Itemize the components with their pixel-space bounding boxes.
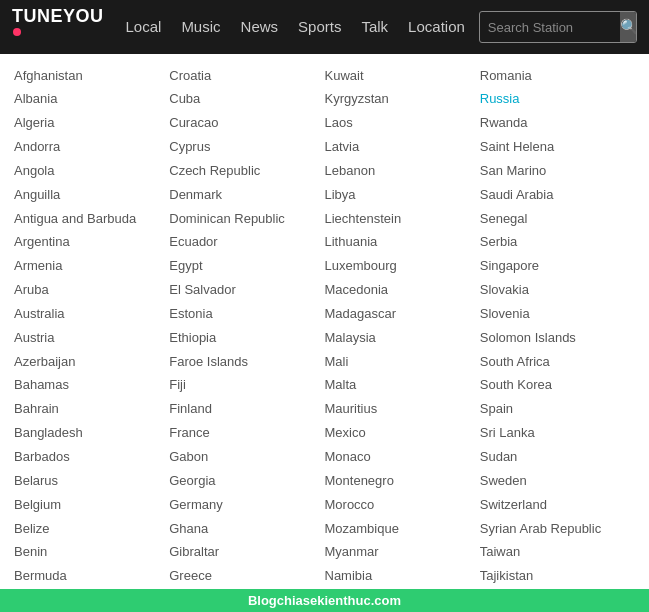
country-link[interactable]: Myanmar bbox=[325, 541, 480, 565]
country-link[interactable]: Bahamas bbox=[14, 374, 169, 398]
country-link[interactable]: Malaysia bbox=[325, 326, 480, 350]
country-link[interactable]: Afghanistan bbox=[14, 64, 169, 88]
country-link[interactable]: Gabon bbox=[169, 446, 324, 470]
country-link[interactable]: Madagascar bbox=[325, 302, 480, 326]
country-link[interactable]: Singapore bbox=[480, 255, 635, 279]
country-link[interactable]: Saint Helena bbox=[480, 136, 635, 160]
country-link[interactable]: Montenegro bbox=[325, 469, 480, 493]
country-link[interactable]: Monaco bbox=[325, 446, 480, 470]
country-link[interactable]: Luxembourg bbox=[325, 255, 480, 279]
country-link[interactable]: Russia bbox=[480, 88, 635, 112]
nav-item-local[interactable]: Local bbox=[116, 12, 172, 41]
country-link[interactable]: France bbox=[169, 422, 324, 446]
nav-item-talk[interactable]: Talk bbox=[351, 12, 398, 41]
country-link[interactable]: Syrian Arab Republic bbox=[480, 517, 635, 541]
nav-item-music[interactable]: Music bbox=[171, 12, 230, 41]
country-link[interactable]: Solomon Islands bbox=[480, 326, 635, 350]
country-link[interactable]: Mauritius bbox=[325, 398, 480, 422]
country-link[interactable]: Croatia bbox=[169, 64, 324, 88]
country-link[interactable]: Argentina bbox=[14, 231, 169, 255]
country-link[interactable]: Latvia bbox=[325, 136, 480, 160]
country-link[interactable]: Taiwan bbox=[480, 541, 635, 565]
country-link[interactable]: Armenia bbox=[14, 255, 169, 279]
country-link[interactable]: San Marino bbox=[480, 159, 635, 183]
country-link[interactable]: Libya bbox=[325, 183, 480, 207]
country-link[interactable]: Slovakia bbox=[480, 279, 635, 303]
country-link[interactable]: Faroe Islands bbox=[169, 350, 324, 374]
country-link[interactable]: Mali bbox=[325, 350, 480, 374]
country-link[interactable]: Ethiopia bbox=[169, 326, 324, 350]
nav-item-location[interactable]: Location bbox=[398, 12, 475, 41]
country-link[interactable]: Senegal bbox=[480, 207, 635, 231]
country-link[interactable]: Antigua and Barbuda bbox=[14, 207, 169, 231]
logo-tune: TUNE bbox=[12, 6, 63, 26]
country-link[interactable]: Angola bbox=[14, 159, 169, 183]
country-link[interactable]: Denmark bbox=[169, 183, 324, 207]
country-link[interactable]: Finland bbox=[169, 398, 324, 422]
country-link[interactable]: Bermuda bbox=[14, 565, 169, 589]
country-col-1: CroatiaCubaCuracaoCyprusCzech RepublicDe… bbox=[169, 64, 324, 612]
country-link[interactable]: South Africa bbox=[480, 350, 635, 374]
country-link[interactable]: Estonia bbox=[169, 302, 324, 326]
country-link[interactable]: Ecuador bbox=[169, 231, 324, 255]
country-link[interactable]: Serbia bbox=[480, 231, 635, 255]
country-link[interactable]: Sweden bbox=[480, 469, 635, 493]
country-link[interactable]: Saudi Arabia bbox=[480, 183, 635, 207]
country-link[interactable]: Germany bbox=[169, 493, 324, 517]
country-link[interactable]: Kyrgyzstan bbox=[325, 88, 480, 112]
country-link[interactable]: Bangladesh bbox=[14, 422, 169, 446]
country-link[interactable]: Morocco bbox=[325, 493, 480, 517]
country-link[interactable]: Austria bbox=[14, 326, 169, 350]
country-link[interactable]: Rwanda bbox=[480, 112, 635, 136]
country-link[interactable]: Fiji bbox=[169, 374, 324, 398]
country-link[interactable]: Belize bbox=[14, 517, 169, 541]
country-link[interactable]: Liechtenstein bbox=[325, 207, 480, 231]
country-link[interactable]: Gibraltar bbox=[169, 541, 324, 565]
country-link[interactable]: Andorra bbox=[14, 136, 169, 160]
country-link[interactable]: El Salvador bbox=[169, 279, 324, 303]
logo[interactable]: TUNEYOU bbox=[12, 6, 104, 48]
country-link[interactable]: Cuba bbox=[169, 88, 324, 112]
country-link[interactable]: Barbados bbox=[14, 446, 169, 470]
country-link[interactable]: Algeria bbox=[14, 112, 169, 136]
country-link[interactable]: Spain bbox=[480, 398, 635, 422]
country-link[interactable]: Australia bbox=[14, 302, 169, 326]
country-link[interactable]: South Korea bbox=[480, 374, 635, 398]
country-link[interactable]: Albania bbox=[14, 88, 169, 112]
country-link[interactable]: Mozambique bbox=[325, 517, 480, 541]
country-link[interactable]: Sudan bbox=[480, 446, 635, 470]
country-link[interactable]: Azerbaijan bbox=[14, 350, 169, 374]
watermark: Blogchiasekienthuc.com bbox=[0, 589, 649, 612]
country-link[interactable]: Bahrain bbox=[14, 398, 169, 422]
country-link[interactable]: Switzerland bbox=[480, 493, 635, 517]
country-link[interactable]: Cyprus bbox=[169, 136, 324, 160]
country-link[interactable]: Georgia bbox=[169, 469, 324, 493]
country-link[interactable]: Lithuania bbox=[325, 231, 480, 255]
country-link[interactable]: Laos bbox=[325, 112, 480, 136]
country-link[interactable]: Czech Republic bbox=[169, 159, 324, 183]
country-link[interactable]: Romania bbox=[480, 64, 635, 88]
search-input[interactable] bbox=[480, 20, 620, 35]
country-link[interactable]: Kuwait bbox=[325, 64, 480, 88]
country-link[interactable]: Benin bbox=[14, 541, 169, 565]
search-button[interactable]: 🔍 bbox=[620, 11, 637, 43]
country-link[interactable]: Sri Lanka bbox=[480, 422, 635, 446]
country-link[interactable]: Belgium bbox=[14, 493, 169, 517]
country-link[interactable]: Egypt bbox=[169, 255, 324, 279]
country-link[interactable]: Macedonia bbox=[325, 279, 480, 303]
country-link[interactable]: Anguilla bbox=[14, 183, 169, 207]
country-link[interactable]: Tajikistan bbox=[480, 565, 635, 589]
nav-item-sports[interactable]: Sports bbox=[288, 12, 351, 41]
country-link[interactable]: Lebanon bbox=[325, 159, 480, 183]
country-link[interactable]: Greece bbox=[169, 565, 324, 589]
country-link[interactable]: Curacao bbox=[169, 112, 324, 136]
country-link[interactable]: Namibia bbox=[325, 565, 480, 589]
country-link[interactable]: Ghana bbox=[169, 517, 324, 541]
country-link[interactable]: Slovenia bbox=[480, 302, 635, 326]
nav-item-news[interactable]: News bbox=[231, 12, 289, 41]
country-link[interactable]: Belarus bbox=[14, 469, 169, 493]
country-link[interactable]: Malta bbox=[325, 374, 480, 398]
country-link[interactable]: Dominican Republic bbox=[169, 207, 324, 231]
country-link[interactable]: Aruba bbox=[14, 279, 169, 303]
country-link[interactable]: Mexico bbox=[325, 422, 480, 446]
